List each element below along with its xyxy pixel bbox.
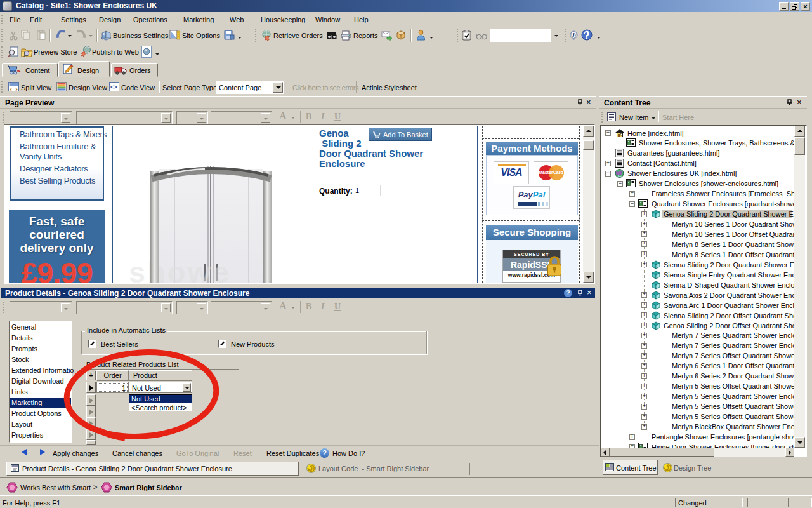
svg-text:<>: <>	[110, 84, 117, 90]
